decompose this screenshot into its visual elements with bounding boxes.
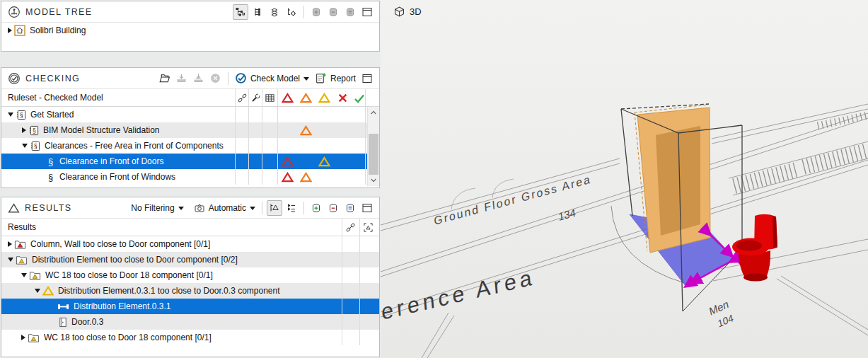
checking-row-selected[interactable]: § Clearance in Front of Doors [1,154,379,169]
result-row[interactable]: Column, Wall too close to Door component… [1,236,379,252]
panel-title: RESULTS [25,203,72,213]
import-checking-button-disabled[interactable] [174,71,190,86]
basket-add-button-disabled[interactable] [308,4,324,20]
panel-layout-button[interactable] [359,71,375,86]
expand-icon[interactable] [21,335,25,340]
checking-panel: CHECKING Check Model Report [1,67,380,188]
check-model-button[interactable]: Check Model [233,72,311,84]
scroll-down-button[interactable] [368,175,379,186]
collapse-icon[interactable] [35,289,40,293]
building-icon [14,25,25,36]
ruleset-icon: § [16,110,26,120]
basket-show-button[interactable] [342,200,358,216]
link-icon [236,92,248,104]
panel-layout-button[interactable] [359,200,375,216]
tree-locate-button[interactable] [284,4,299,20]
rejected-x-icon [336,92,349,104]
column-header-label: Ruleset - Checked Model [8,93,103,103]
severity-yellow-icon [42,286,54,296]
chevron-down-icon [178,207,184,213]
results-icon [8,202,20,214]
checking-icon [8,72,21,85]
result-row[interactable]: WC 18 too close to Door 18 component [0/… [1,330,379,345]
collapse-icon[interactable] [22,144,28,148]
collapse-icon[interactable] [21,273,27,277]
expand-icon[interactable] [8,28,12,33]
accepted-check-icon [353,92,366,104]
export-checking-button-disabled[interactable] [191,71,207,86]
basket-add-button[interactable] [308,200,324,216]
severity-red-marker [281,171,294,183]
result-row-selected[interactable]: Distribution Element.0.3.1 [1,299,379,314]
basket-remove-button[interactable] [325,200,341,216]
chevron-down-icon [303,77,309,83]
results-panel: RESULTS No Filtering Automatic [1,197,380,357]
tree-layers-view-button[interactable] [267,4,282,20]
tree-row-solibri-building[interactable]: Solibri Building [1,23,379,38]
issue-folder-red-icon [14,239,26,250]
ruleset-icon: § [30,141,40,151]
zoom-to-issue-icon [361,221,374,233]
svg-text:§: § [20,111,23,118]
chevron-down-icon [250,207,255,213]
tree-flat-view-button[interactable] [250,4,265,20]
checking-row[interactable]: § Clearance in Front of Windows [1,169,379,185]
scroll-up-button[interactable] [368,107,379,118]
3d-viewport-canvas[interactable]: Ground Floor Gross Area 134 erence Area … [381,0,868,358]
issue-folder-yellow-icon [16,255,28,265]
result-row[interactable]: Distribution Element too close to Door c… [1,252,379,267]
report-button[interactable]: Report [313,72,358,84]
panel-layout-button[interactable] [359,4,375,20]
rule-icon: § [46,156,55,167]
severity-yellow-marker [318,156,330,167]
issue-folder-yellow-icon [28,333,40,343]
severity-orange-marker [299,125,312,136]
expand-icon[interactable] [22,127,26,133]
scrollbar[interactable] [367,107,379,186]
camera-mode-dropdown[interactable]: Automatic [192,202,257,214]
svg-text:§: § [33,127,36,134]
wc-3d-component [732,214,777,282]
table-icon [263,92,276,104]
rule-icon: § [46,172,55,183]
results-tree-view-button[interactable] [267,200,282,216]
svg-text:§: § [34,142,37,149]
checking-row[interactable]: § BIM Model Structure Validation [1,122,379,138]
checking-column-header: Ruleset - Checked Model [1,89,379,107]
results-list-view-button[interactable] [284,200,299,216]
column-header-label: Results [8,222,36,232]
filtering-dropdown[interactable]: No Filtering [129,203,185,213]
cube-3d-icon [393,6,405,18]
expand-icon[interactable] [8,241,12,247]
stair-hatch-pattern [734,115,868,186]
severity-orange-icon [299,92,312,104]
result-row[interactable]: Door.0.3 [1,314,379,330]
basket-remove-button-disabled[interactable] [325,4,341,20]
checking-row[interactable]: § Clearances - Free Area in Front of Com… [1,138,379,154]
tree-row-label: Solibri Building [30,25,86,35]
checking-row[interactable]: § Get Started [1,107,379,122]
stop-checking-button-disabled[interactable] [208,71,224,86]
report-icon [315,72,327,84]
scrollbar-thumb[interactable] [369,134,378,178]
result-row[interactable]: Distribution Element.0.3.1 too close to … [1,283,379,299]
camera-icon [194,202,205,214]
3d-viewport[interactable]: Ground Floor Gross Area 134 erence Area … [381,0,868,358]
link-icon [344,221,357,233]
viewport-title: 3D [410,6,422,17]
severity-yellow-icon [318,92,330,104]
checking-rows: § Get Started § BIM Model Structure Vali… [1,107,379,185]
check-model-icon [235,72,247,84]
plan-room3-number: 104 [717,312,734,330]
distribution-element-icon [57,303,69,311]
basket-set-button-disabled[interactable] [342,4,358,20]
collapse-icon[interactable] [8,112,13,117]
results-rows: Column, Wall too close to Door component… [1,236,379,345]
collapse-icon[interactable] [8,258,13,262]
open-ruleset-button[interactable] [157,71,173,86]
result-row[interactable]: WC 18 too close to Door 18 component [0/… [1,267,379,283]
tree-hierarchy-view-button[interactable] [233,4,248,20]
door-icon [59,317,67,328]
severity-red-icon [281,92,294,104]
model-tree-panel: MODEL TREE [1,1,380,52]
